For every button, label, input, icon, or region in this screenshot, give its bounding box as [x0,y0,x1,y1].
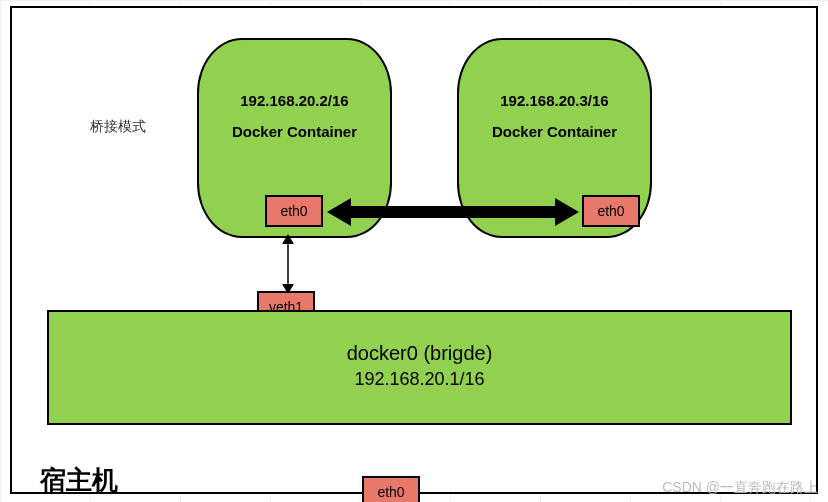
docker0-title: docker0 (brigde) [49,342,790,365]
container-1-ip: 192.168.20.2/16 [199,92,390,109]
bridge-mode-label: 桥接模式 [90,118,146,136]
host-frame: 桥接模式 192.168.20.2/16 Docker Container et… [10,6,818,494]
container-2-eth0: eth0 [582,195,640,227]
container-2-title: Docker Container [459,123,650,140]
svg-marker-0 [327,198,579,226]
vertical-double-arrow-icon [281,234,295,294]
container-1-title: Docker Container [199,123,390,140]
double-arrow-icon [327,196,579,228]
docker0-ip: 192.168.20.1/16 [49,369,790,390]
container-2-ip: 192.168.20.3/16 [459,92,650,109]
docker0-bridge: docker0 (brigde) 192.168.20.1/16 [47,310,792,425]
watermark: CSDN @一直奔跑在路上 [662,479,818,497]
container-1-eth0: eth0 [265,195,323,227]
host-eth0: eth0 [362,476,420,502]
svg-marker-2 [282,234,294,244]
host-label: 宿主机 [40,463,118,498]
